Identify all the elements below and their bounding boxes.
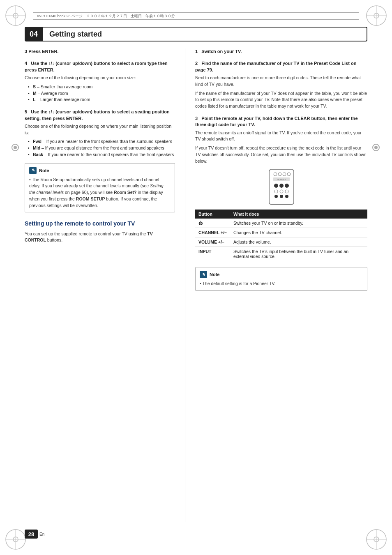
- list-item: L – Larger than average room: [28, 97, 175, 103]
- table-cell-desc: Adjusts the volume.: [230, 237, 367, 247]
- right-step1-heading: 1 Switch on your TV.: [195, 48, 367, 55]
- svg-point-28: [285, 190, 288, 193]
- right-step3-heading: 3 Point the remote at your TV, hold down…: [195, 115, 367, 128]
- note-header-left: ✎ Note: [29, 167, 171, 174]
- table-header-button: Button: [195, 210, 230, 219]
- side-marker-left: [12, 144, 20, 152]
- note-box-left: ✎ Note • The Room Setup automatically se…: [25, 163, 175, 213]
- note-icon-left: ✎: [29, 167, 37, 174]
- list-item: Mid – If you are equal distance from the…: [28, 145, 175, 152]
- corner-decoration-tl: [3, 3, 28, 28]
- note-icon-right: ✎: [200, 271, 207, 278]
- corner-decoration-bl: [3, 527, 28, 552]
- section-text: You can set up the supplied remote to co…: [25, 231, 175, 244]
- page-number: 28: [25, 530, 38, 539]
- remote-svg: PIONEER: [265, 168, 298, 205]
- chapter-number: 04: [25, 27, 43, 41]
- svg-point-19: [283, 173, 286, 176]
- step4-bullets: S – Smaller than average room M – Averag…: [28, 84, 175, 103]
- svg-point-20: [287, 173, 291, 176]
- list-item: Fwd – If you are nearer to the front spe…: [28, 138, 175, 145]
- note-text-left: • The Room Setup automatically sets up c…: [29, 177, 171, 209]
- corner-decoration-br: [364, 527, 389, 552]
- svg-point-31: [285, 195, 288, 198]
- page-footer: 28 En: [25, 530, 44, 539]
- table-cell-button: CHANNEL +/–: [195, 228, 230, 237]
- table-cell-desc: Switches your TV on or into standby.: [230, 219, 367, 228]
- right-step2-heading: 2 Find the name of the manufacturer of y…: [195, 60, 367, 73]
- note-label-left: Note: [39, 168, 49, 173]
- table-cell-desc: Switches the TV's input between the buil…: [230, 247, 367, 261]
- table-cell-button: INPUT: [195, 247, 230, 261]
- svg-point-26: [274, 190, 278, 193]
- section-heading: Setting up the remote to control your TV: [25, 220, 175, 227]
- right-step3-text: The remote transmits an on/off signal to…: [195, 130, 367, 143]
- svg-point-30: [280, 195, 283, 198]
- note-box-right: ✎ Note • The default setting is for a Pi…: [195, 267, 367, 291]
- left-column: 3 Press ENTER. 4 Use the ↑/↓ (cursor up/…: [25, 48, 185, 522]
- step4-text: Choose one of the following depending on…: [25, 75, 175, 81]
- chapter-title: Getting started: [43, 27, 367, 41]
- right-column: 1 Switch on your TV. 2 Find the name of …: [185, 48, 367, 522]
- tv-controls-table: Button What it does ⏻ Switches your TV o…: [195, 210, 367, 261]
- step3-heading: 3 Press ENTER.: [25, 48, 175, 55]
- list-item: M – Average room: [28, 90, 175, 97]
- svg-point-25: [285, 184, 289, 188]
- note-header-right: ✎ Note: [200, 271, 363, 278]
- step5-text: Choose one of the following depending on…: [25, 123, 175, 136]
- page-lang: En: [39, 532, 44, 537]
- svg-point-17: [274, 173, 277, 176]
- table-row: VOLUME +/– Adjusts the volume.: [195, 237, 367, 247]
- svg-point-27: [280, 190, 283, 193]
- top-bar-text: XV-HTD340.book 28 ページ ２００３年１２月２７日 土曜日 午前…: [37, 14, 175, 19]
- main-content: 3 Press ENTER. 4 Use the ↑/↓ (cursor up/…: [25, 48, 367, 522]
- step5-bullets: Fwd – If you are nearer to the front spe…: [28, 138, 175, 158]
- step4-heading: 4 Use the ↑/↓ (cursor up/down) buttons t…: [25, 60, 175, 73]
- note-text-right: • The default setting is for a Pioneer T…: [200, 281, 363, 287]
- corner-decoration-tr: [364, 3, 389, 28]
- right-step3-text2: If your TV doesn't turn off, repeat the …: [195, 145, 367, 164]
- right-step2-text2: If the name of the manufacturer of your …: [195, 90, 367, 110]
- list-item: Back – If you are nearer to the surround…: [28, 152, 175, 158]
- top-bar: XV-HTD340.book 28 ページ ２００３年１２月２７日 土曜日 午前…: [33, 12, 359, 20]
- right-step2-text: Next to each manufacturer is one or more…: [195, 75, 367, 88]
- table-row: INPUT Switches the TV's input between th…: [195, 247, 367, 261]
- side-marker-right: [372, 144, 380, 152]
- table-cell-button: VOLUME +/–: [195, 237, 230, 247]
- note-label-right: Note: [210, 272, 219, 277]
- list-item: S – Smaller than average room: [28, 84, 175, 90]
- table-row: CHANNEL +/– Changes the TV channel.: [195, 228, 367, 237]
- remote-illustration-container: PIONEER: [195, 168, 367, 205]
- svg-point-23: [274, 184, 278, 188]
- svg-text:PIONEER: PIONEER: [277, 178, 286, 181]
- svg-point-29: [274, 195, 278, 198]
- table-cell-button: ⏻: [195, 219, 230, 228]
- table-row: ⏻ Switches your TV on or into standby.: [195, 219, 367, 228]
- svg-point-18: [278, 173, 281, 176]
- step5-heading: 5 Use the ↑/↓ (cursor up/down) buttons t…: [25, 109, 175, 122]
- table-cell-desc: Changes the TV channel.: [230, 228, 367, 237]
- table-header-what: What it does: [230, 210, 367, 219]
- chapter-header: 04 Getting started: [25, 27, 367, 41]
- svg-point-24: [279, 184, 284, 188]
